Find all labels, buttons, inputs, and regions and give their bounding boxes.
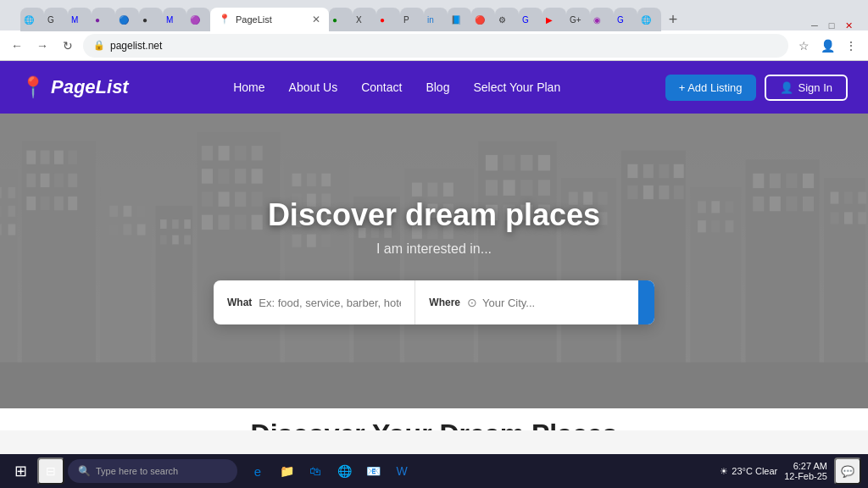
taskbar-edge[interactable]: e — [244, 458, 271, 485]
what-input[interactable] — [259, 297, 401, 309]
tab-active-pagelist[interactable]: 📍 PageList ✕ — [210, 8, 329, 31]
tab-inactive-14[interactable]: 📘 — [448, 8, 471, 31]
tab-inactive-16[interactable]: ⚙ — [495, 8, 519, 31]
tab-bar: 🌐 G M ● 🔵 ● M 🟣 📍 PageList ✕ ● — [14, 4, 861, 31]
tab-inactive-13[interactable]: in — [424, 8, 448, 31]
site-logo[interactable]: 📍 PageList — [20, 75, 129, 99]
taskbar-clock: 6:27 AM 12-Feb-25 — [784, 461, 827, 481]
nav-select-plan[interactable]: Select Your Plan — [473, 80, 560, 94]
new-tab-button[interactable]: + — [661, 8, 685, 31]
reload-button[interactable]: ↻ — [58, 36, 78, 56]
location-icon: ⊙ — [467, 296, 477, 309]
taskbar-explorer[interactable]: 📁 — [273, 458, 300, 485]
tab-inactive-21[interactable]: G — [614, 8, 637, 31]
nav-about[interactable]: About Us — [289, 80, 338, 94]
tab-inactive-18[interactable]: ▶ — [542, 8, 566, 31]
taskbar-weather: ☀ 23°C Clear — [720, 466, 777, 477]
tab-inactive-12[interactable]: P — [400, 8, 424, 31]
browser-title-bar: 🌐 G M ● 🔵 ● M 🟣 📍 PageList ✕ ● — [0, 0, 868, 30]
nav-home[interactable]: Home — [233, 80, 264, 94]
taskbar-system-area: ☀ 23°C Clear 6:27 AM 12-Feb-25 💬 — [720, 458, 861, 485]
taskbar-chrome[interactable]: 🌐 — [331, 458, 358, 485]
back-button[interactable]: ← — [7, 36, 27, 56]
tab-inactive-19[interactable]: G+ — [566, 8, 590, 31]
close-button[interactable]: ✕ — [843, 19, 854, 31]
logo-text: PageList — [51, 76, 129, 98]
browser-toolbar: ← → ↻ 🔒 pagelist.net ☆ 👤 ⋮ — [0, 30, 868, 61]
tab-inactive-1[interactable]: 🌐 — [20, 8, 44, 31]
below-hero-section: Discover Your Dream Places — [0, 408, 868, 430]
where-input[interactable] — [482, 297, 625, 309]
lock-icon: 🔒 — [93, 40, 105, 51]
logo-pin-icon: 📍 — [20, 75, 46, 99]
tab-inactive-6[interactable]: ● — [139, 8, 163, 31]
below-fold-title: Discover Your Dream Places — [0, 419, 868, 430]
search-where-section: Where ⊙ — [415, 280, 638, 324]
taskbar-store[interactable]: 🛍 — [302, 458, 329, 485]
tab-inactive-10[interactable]: X — [353, 8, 376, 31]
where-label: Where — [429, 297, 460, 308]
forward-button[interactable]: → — [32, 36, 53, 56]
address-bar[interactable]: 🔒 pagelist.net — [83, 34, 788, 58]
user-icon: 👤 — [780, 81, 793, 94]
hero-section: Discover dream places I am interested in… — [0, 114, 868, 408]
taskbar-search-text: Type here to search — [96, 466, 178, 476]
search-what-section: What — [214, 280, 415, 324]
tab-inactive-11[interactable]: ● — [376, 8, 400, 31]
tab-inactive-20[interactable]: ◉ — [590, 8, 614, 31]
taskbar-search-box[interactable]: 🔍 Type here to search — [68, 459, 237, 483]
taskbar-pinned-apps: e 📁 🛍 🌐 📧 W — [244, 458, 415, 485]
tab-inactive-3[interactable]: M — [68, 8, 92, 31]
tab-close-btn[interactable]: ✕ — [312, 14, 320, 25]
navbar-actions: + Add Listing 👤 Sign In — [665, 75, 848, 101]
taskbar-word[interactable]: W — [388, 458, 415, 485]
hero-title: Discover dream places — [214, 197, 654, 233]
tab-inactive-7[interactable]: M — [163, 8, 186, 31]
maximize-button[interactable]: □ — [826, 19, 837, 31]
menu-icon[interactable]: ⋮ — [841, 36, 861, 56]
active-tab-label: PageList — [236, 14, 307, 25]
windows-taskbar: ⊞ ⊟ 🔍 Type here to search e 📁 🛍 🌐 📧 W ☀ … — [0, 454, 868, 488]
taskbar-search-icon: 🔍 — [78, 465, 91, 477]
tab-inactive-15[interactable]: 🔴 — [471, 8, 495, 31]
tab-inactive-9[interactable]: ● — [329, 8, 353, 31]
what-label: What — [227, 297, 252, 308]
sign-in-label: Sign In — [798, 81, 832, 94]
add-listing-button[interactable]: + Add Listing — [665, 75, 756, 101]
main-nav: Home About Us Contact Blog Select Your P… — [233, 80, 560, 94]
tab-inactive-2[interactable]: G — [44, 8, 68, 31]
clock-time: 6:27 AM — [784, 461, 827, 471]
sign-in-button[interactable]: 👤 Sign In — [765, 75, 848, 101]
start-button[interactable]: ⊞ — [7, 458, 34, 485]
tab-inactive-8[interactable]: 🟣 — [186, 8, 210, 31]
taskview-button[interactable]: ⊟ — [37, 458, 64, 485]
weather-icon: ☀ — [720, 466, 728, 477]
clock-date: 12-Feb-25 — [784, 471, 827, 481]
tab-inactive-5[interactable]: 🔵 — [115, 8, 139, 31]
site-navbar: 📍 PageList Home About Us Contact Blog Se… — [0, 61, 868, 114]
hero-subtitle: I am interested in... — [214, 241, 654, 257]
tab-inactive-22[interactable]: 🌐 — [637, 8, 661, 31]
minimize-button[interactable]: ─ — [809, 19, 821, 31]
tab-favicon: 📍 — [219, 14, 231, 25]
weather-text: 23°C Clear — [732, 466, 777, 476]
profile-icon[interactable]: 👤 — [817, 36, 837, 56]
tab-inactive-4[interactable]: ● — [92, 8, 115, 31]
url-display: pagelist.net — [110, 40, 778, 52]
nav-blog[interactable]: Blog — [426, 80, 449, 94]
notification-button[interactable]: 💬 — [834, 458, 861, 485]
toolbar-actions: ☆ 👤 ⋮ — [793, 36, 861, 56]
search-button[interactable]: 🔍 Search — [638, 280, 654, 324]
website-content: 📍 PageList Home About Us Contact Blog Se… — [0, 61, 868, 430]
bookmark-icon[interactable]: ☆ — [793, 36, 814, 56]
nav-contact[interactable]: Contact — [361, 80, 402, 94]
taskbar-outlook[interactable]: 📧 — [359, 458, 387, 485]
tab-inactive-17[interactable]: G — [519, 8, 542, 31]
hero-content: Discover dream places I am interested in… — [214, 197, 654, 324]
search-box: What Where ⊙ 🔍 Search — [214, 280, 654, 324]
